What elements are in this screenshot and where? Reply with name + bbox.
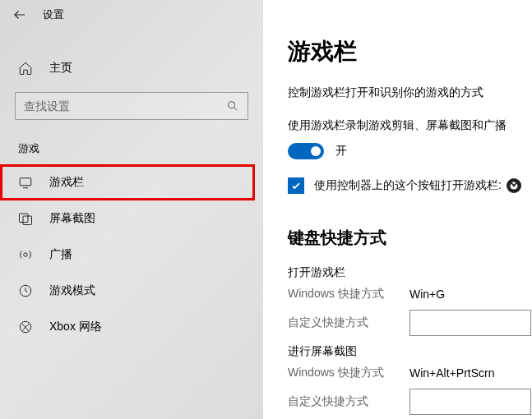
controller-checkbox-row: 使用控制器上的这个按钮打开游戏栏: (288, 177, 532, 194)
controller-checkbox[interactable] (288, 177, 304, 194)
nav-label: 游戏栏 (49, 175, 84, 190)
nav-item-broadcast[interactable]: 广播 (0, 237, 263, 273)
window-title: 设置 (43, 7, 64, 22)
search-box[interactable] (15, 92, 248, 120)
shortcut-custom-label: 自定义快捷方式 (288, 394, 409, 409)
svg-rect-2 (20, 214, 29, 223)
shortcut-row: Windows 快捷方式 Win+Alt+PrtScrn (288, 366, 532, 380)
nav-item-gamemode[interactable]: 游戏模式 (0, 273, 263, 309)
gamebar-icon (18, 175, 33, 190)
shortcut-group-title: 进行屏幕截图 (288, 344, 532, 359)
nav-item-gamebar[interactable]: 游戏栏 (0, 164, 255, 200)
section-label: 游戏 (0, 120, 263, 164)
shortcut-windows-label: Windows 快捷方式 (288, 366, 409, 380)
gamemode-icon (18, 283, 33, 298)
nav-item-xbox[interactable]: Xbox 网络 (0, 309, 263, 345)
search-icon (226, 99, 239, 113)
checkbox-label: 使用控制器上的这个按钮打开游戏栏: (314, 178, 521, 193)
shortcut-windows-label: Windows 快捷方式 (288, 287, 409, 302)
nav-label: 屏幕截图 (49, 211, 95, 226)
toggle-description: 使用游戏栏录制游戏剪辑、屏幕截图和广播 (288, 118, 532, 133)
shortcut-row: 自定义快捷方式 (288, 389, 532, 415)
back-button[interactable] (12, 7, 28, 23)
sidebar: 设置 主页 游戏 游戏栏 屏幕截图 广播 游戏模式 (0, 0, 263, 419)
svg-point-4 (24, 253, 28, 257)
shortcut-row: 自定义快捷方式 (288, 310, 532, 336)
toggle-row: 开 (288, 143, 532, 159)
shortcut-custom-input[interactable] (409, 310, 531, 336)
search-input[interactable] (24, 99, 226, 113)
xbox-icon (18, 320, 33, 334)
shortcut-custom-label: 自定义快捷方式 (288, 315, 409, 330)
header: 设置 (0, 0, 263, 35)
broadcast-icon (18, 247, 33, 262)
home-label: 主页 (49, 61, 72, 76)
svg-point-0 (229, 102, 235, 108)
shortcut-group-title: 打开游戏栏 (288, 265, 532, 280)
shortcut-row: Windows 快捷方式 Win+G (288, 287, 532, 302)
shortcut-windows-value: Win+G (409, 288, 445, 301)
nav-label: Xbox 网络 (49, 320, 102, 334)
gamebar-toggle[interactable] (288, 143, 324, 159)
nav-label: 广播 (49, 247, 72, 262)
shortcuts-heading: 键盘快捷方式 (288, 227, 532, 249)
shortcut-windows-value: Win+Alt+PrtScrn (409, 366, 494, 380)
xbox-logo-icon (507, 178, 521, 193)
home-nav[interactable]: 主页 (0, 53, 263, 84)
page-title: 游戏栏 (288, 36, 532, 67)
nav-item-screenshot[interactable]: 屏幕截图 (0, 200, 263, 237)
toggle-state-label: 开 (335, 144, 347, 159)
svg-rect-1 (20, 178, 31, 186)
shortcut-custom-input[interactable] (409, 389, 531, 415)
page-description: 控制游戏栏打开和识别你的游戏的方式 (288, 85, 532, 100)
main-content: 游戏栏 控制游戏栏打开和识别你的游戏的方式 使用游戏栏录制游戏剪辑、屏幕截图和广… (263, 0, 532, 419)
nav-label: 游戏模式 (49, 283, 95, 298)
home-icon (18, 61, 33, 76)
screenshot-icon (18, 211, 33, 226)
checkbox-text: 使用控制器上的这个按钮打开游戏栏: (314, 178, 502, 193)
svg-rect-3 (23, 216, 32, 225)
